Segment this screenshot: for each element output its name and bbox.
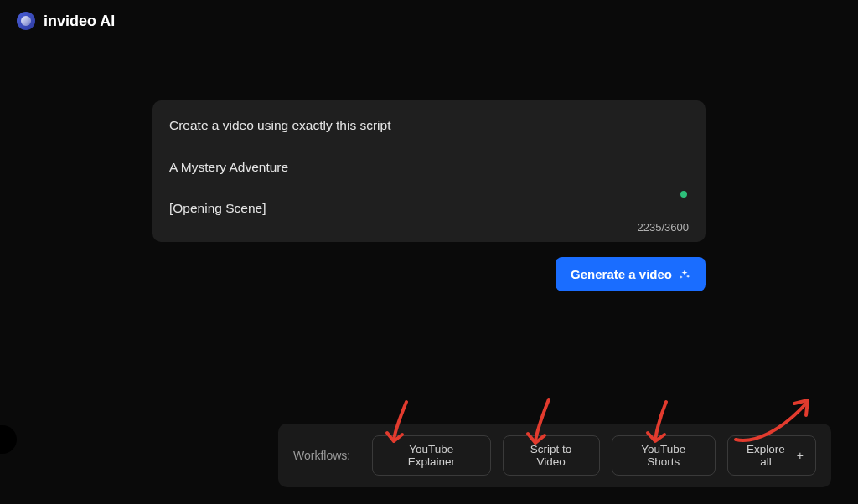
prompt-text[interactable]: Create a video using exactly this script… bbox=[169, 116, 689, 216]
workflow-script-to-video[interactable]: Script to Video bbox=[503, 435, 600, 476]
workflow-chip-label: YouTube Explainer bbox=[385, 443, 478, 468]
status-indicator-icon bbox=[680, 191, 687, 198]
workflow-chip-label: Script to Video bbox=[515, 443, 587, 468]
workflows-toolbar: Workflows: YouTube Explainer Script to V… bbox=[278, 424, 831, 487]
character-count: 2235/3600 bbox=[169, 221, 689, 234]
workflows-label: Workflows: bbox=[293, 449, 350, 462]
brand-name: invideo AI bbox=[44, 13, 115, 30]
generate-button-label: Generate a video bbox=[571, 267, 672, 281]
sparkle-icon bbox=[679, 269, 690, 280]
generate-video-button[interactable]: Generate a video bbox=[556, 257, 706, 291]
workflow-youtube-shorts[interactable]: YouTube Shorts bbox=[612, 435, 716, 476]
plus-icon: + bbox=[797, 449, 804, 462]
app-header: invideo AI bbox=[0, 0, 858, 42]
workflow-chip-label: YouTube Shorts bbox=[624, 443, 703, 468]
workflow-chip-label: Explore all bbox=[740, 443, 792, 468]
main-content: Create a video using exactly this script… bbox=[0, 42, 858, 291]
generate-row: Generate a video bbox=[152, 257, 706, 291]
left-edge-stub bbox=[0, 425, 17, 454]
brand-logo-icon bbox=[17, 12, 35, 30]
prompt-textarea-container[interactable]: Create a video using exactly this script… bbox=[152, 100, 706, 242]
workflow-youtube-explainer[interactable]: YouTube Explainer bbox=[372, 435, 490, 476]
workflow-explore-all[interactable]: Explore all + bbox=[727, 435, 816, 476]
